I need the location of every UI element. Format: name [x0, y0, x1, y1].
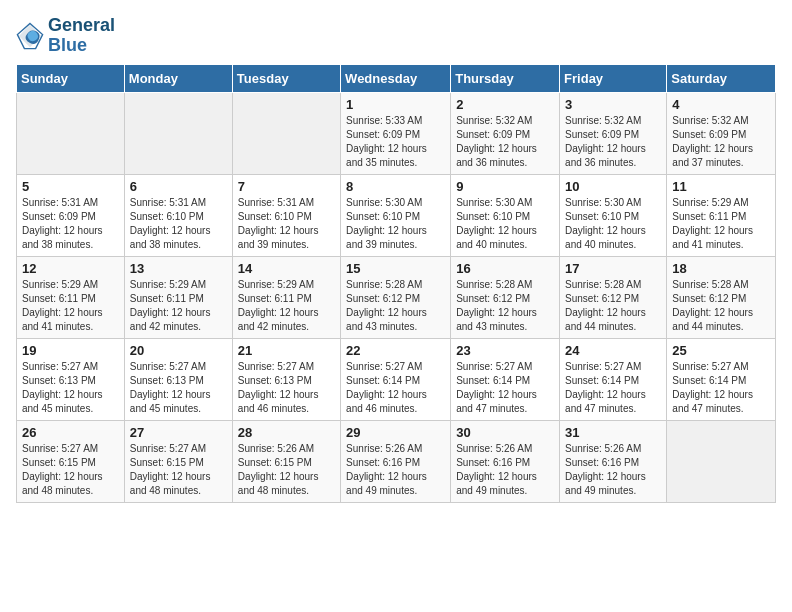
- calendar-cell: 21Sunrise: 5:27 AMSunset: 6:13 PMDayligh…: [232, 338, 340, 420]
- day-info: Sunrise: 5:27 AMSunset: 6:13 PMDaylight:…: [22, 360, 119, 416]
- day-info: Sunrise: 5:28 AMSunset: 6:12 PMDaylight:…: [672, 278, 770, 334]
- day-number: 14: [238, 261, 335, 276]
- calendar-cell: 28Sunrise: 5:26 AMSunset: 6:15 PMDayligh…: [232, 420, 340, 502]
- day-info: Sunrise: 5:27 AMSunset: 6:13 PMDaylight:…: [130, 360, 227, 416]
- calendar-cell: 31Sunrise: 5:26 AMSunset: 6:16 PMDayligh…: [560, 420, 667, 502]
- logo: General Blue: [16, 16, 115, 56]
- day-info: Sunrise: 5:31 AMSunset: 6:10 PMDaylight:…: [130, 196, 227, 252]
- day-info: Sunrise: 5:29 AMSunset: 6:11 PMDaylight:…: [22, 278, 119, 334]
- day-info: Sunrise: 5:28 AMSunset: 6:12 PMDaylight:…: [565, 278, 661, 334]
- calendar-cell: [232, 92, 340, 174]
- day-number: 11: [672, 179, 770, 194]
- day-info: Sunrise: 5:32 AMSunset: 6:09 PMDaylight:…: [672, 114, 770, 170]
- calendar-cell: 8Sunrise: 5:30 AMSunset: 6:10 PMDaylight…: [341, 174, 451, 256]
- day-info: Sunrise: 5:30 AMSunset: 6:10 PMDaylight:…: [456, 196, 554, 252]
- logo-icon: [16, 22, 44, 50]
- calendar-cell: 12Sunrise: 5:29 AMSunset: 6:11 PMDayligh…: [17, 256, 125, 338]
- day-info: Sunrise: 5:26 AMSunset: 6:16 PMDaylight:…: [456, 442, 554, 498]
- day-number: 20: [130, 343, 227, 358]
- calendar-cell: 3Sunrise: 5:32 AMSunset: 6:09 PMDaylight…: [560, 92, 667, 174]
- column-header-monday: Monday: [124, 64, 232, 92]
- calendar-week-5: 26Sunrise: 5:27 AMSunset: 6:15 PMDayligh…: [17, 420, 776, 502]
- calendar-cell: [667, 420, 776, 502]
- day-number: 9: [456, 179, 554, 194]
- day-number: 29: [346, 425, 445, 440]
- day-number: 1: [346, 97, 445, 112]
- calendar-cell: 11Sunrise: 5:29 AMSunset: 6:11 PMDayligh…: [667, 174, 776, 256]
- day-number: 31: [565, 425, 661, 440]
- calendar-week-1: 1Sunrise: 5:33 AMSunset: 6:09 PMDaylight…: [17, 92, 776, 174]
- day-info: Sunrise: 5:31 AMSunset: 6:09 PMDaylight:…: [22, 196, 119, 252]
- calendar-cell: 23Sunrise: 5:27 AMSunset: 6:14 PMDayligh…: [451, 338, 560, 420]
- day-number: 18: [672, 261, 770, 276]
- day-info: Sunrise: 5:29 AMSunset: 6:11 PMDaylight:…: [238, 278, 335, 334]
- day-number: 30: [456, 425, 554, 440]
- day-info: Sunrise: 5:27 AMSunset: 6:14 PMDaylight:…: [456, 360, 554, 416]
- column-header-friday: Friday: [560, 64, 667, 92]
- calendar-week-4: 19Sunrise: 5:27 AMSunset: 6:13 PMDayligh…: [17, 338, 776, 420]
- day-number: 16: [456, 261, 554, 276]
- day-number: 10: [565, 179, 661, 194]
- day-number: 25: [672, 343, 770, 358]
- day-info: Sunrise: 5:26 AMSunset: 6:16 PMDaylight:…: [565, 442, 661, 498]
- column-header-thursday: Thursday: [451, 64, 560, 92]
- calendar-cell: 25Sunrise: 5:27 AMSunset: 6:14 PMDayligh…: [667, 338, 776, 420]
- day-number: 24: [565, 343, 661, 358]
- day-info: Sunrise: 5:32 AMSunset: 6:09 PMDaylight:…: [456, 114, 554, 170]
- day-number: 2: [456, 97, 554, 112]
- calendar-cell: 17Sunrise: 5:28 AMSunset: 6:12 PMDayligh…: [560, 256, 667, 338]
- day-info: Sunrise: 5:26 AMSunset: 6:16 PMDaylight:…: [346, 442, 445, 498]
- calendar-cell: 29Sunrise: 5:26 AMSunset: 6:16 PMDayligh…: [341, 420, 451, 502]
- day-info: Sunrise: 5:30 AMSunset: 6:10 PMDaylight:…: [346, 196, 445, 252]
- column-header-saturday: Saturday: [667, 64, 776, 92]
- day-number: 8: [346, 179, 445, 194]
- day-info: Sunrise: 5:29 AMSunset: 6:11 PMDaylight:…: [130, 278, 227, 334]
- day-number: 4: [672, 97, 770, 112]
- calendar-cell: 30Sunrise: 5:26 AMSunset: 6:16 PMDayligh…: [451, 420, 560, 502]
- calendar-week-3: 12Sunrise: 5:29 AMSunset: 6:11 PMDayligh…: [17, 256, 776, 338]
- column-header-tuesday: Tuesday: [232, 64, 340, 92]
- day-number: 26: [22, 425, 119, 440]
- day-number: 22: [346, 343, 445, 358]
- calendar-header: SundayMondayTuesdayWednesdayThursdayFrid…: [17, 64, 776, 92]
- calendar-cell: 4Sunrise: 5:32 AMSunset: 6:09 PMDaylight…: [667, 92, 776, 174]
- day-info: Sunrise: 5:31 AMSunset: 6:10 PMDaylight:…: [238, 196, 335, 252]
- calendar-cell: 19Sunrise: 5:27 AMSunset: 6:13 PMDayligh…: [17, 338, 125, 420]
- page-header: General Blue: [16, 16, 776, 56]
- calendar-cell: 20Sunrise: 5:27 AMSunset: 6:13 PMDayligh…: [124, 338, 232, 420]
- calendar-cell: 13Sunrise: 5:29 AMSunset: 6:11 PMDayligh…: [124, 256, 232, 338]
- calendar-cell: 16Sunrise: 5:28 AMSunset: 6:12 PMDayligh…: [451, 256, 560, 338]
- calendar-cell: [124, 92, 232, 174]
- day-info: Sunrise: 5:29 AMSunset: 6:11 PMDaylight:…: [672, 196, 770, 252]
- day-info: Sunrise: 5:27 AMSunset: 6:13 PMDaylight:…: [238, 360, 335, 416]
- calendar-cell: 5Sunrise: 5:31 AMSunset: 6:09 PMDaylight…: [17, 174, 125, 256]
- calendar-cell: 24Sunrise: 5:27 AMSunset: 6:14 PMDayligh…: [560, 338, 667, 420]
- day-info: Sunrise: 5:26 AMSunset: 6:15 PMDaylight:…: [238, 442, 335, 498]
- calendar-cell: 15Sunrise: 5:28 AMSunset: 6:12 PMDayligh…: [341, 256, 451, 338]
- calendar-cell: 14Sunrise: 5:29 AMSunset: 6:11 PMDayligh…: [232, 256, 340, 338]
- calendar-cell: 6Sunrise: 5:31 AMSunset: 6:10 PMDaylight…: [124, 174, 232, 256]
- calendar-week-2: 5Sunrise: 5:31 AMSunset: 6:09 PMDaylight…: [17, 174, 776, 256]
- day-info: Sunrise: 5:27 AMSunset: 6:15 PMDaylight:…: [22, 442, 119, 498]
- calendar-cell: 22Sunrise: 5:27 AMSunset: 6:14 PMDayligh…: [341, 338, 451, 420]
- day-number: 15: [346, 261, 445, 276]
- calendar-cell: 18Sunrise: 5:28 AMSunset: 6:12 PMDayligh…: [667, 256, 776, 338]
- calendar-cell: 26Sunrise: 5:27 AMSunset: 6:15 PMDayligh…: [17, 420, 125, 502]
- day-info: Sunrise: 5:33 AMSunset: 6:09 PMDaylight:…: [346, 114, 445, 170]
- day-info: Sunrise: 5:27 AMSunset: 6:14 PMDaylight:…: [346, 360, 445, 416]
- logo-text: General Blue: [48, 16, 115, 56]
- calendar-cell: 27Sunrise: 5:27 AMSunset: 6:15 PMDayligh…: [124, 420, 232, 502]
- day-number: 7: [238, 179, 335, 194]
- calendar-cell: [17, 92, 125, 174]
- day-number: 12: [22, 261, 119, 276]
- calendar-cell: 9Sunrise: 5:30 AMSunset: 6:10 PMDaylight…: [451, 174, 560, 256]
- day-number: 13: [130, 261, 227, 276]
- column-header-sunday: Sunday: [17, 64, 125, 92]
- column-header-wednesday: Wednesday: [341, 64, 451, 92]
- day-info: Sunrise: 5:28 AMSunset: 6:12 PMDaylight:…: [346, 278, 445, 334]
- day-number: 23: [456, 343, 554, 358]
- day-number: 3: [565, 97, 661, 112]
- day-number: 21: [238, 343, 335, 358]
- calendar-table: SundayMondayTuesdayWednesdayThursdayFrid…: [16, 64, 776, 503]
- day-number: 19: [22, 343, 119, 358]
